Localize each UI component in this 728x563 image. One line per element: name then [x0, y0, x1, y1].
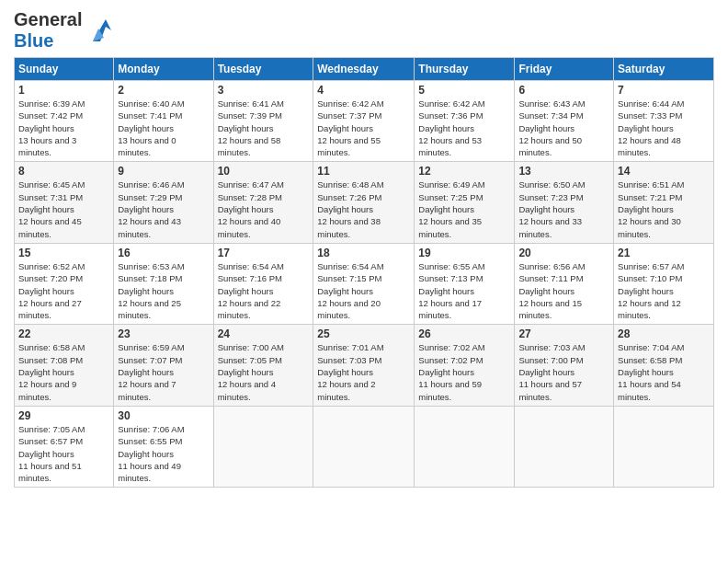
- day-info: Sunrise: 7:00 AM Sunset: 7:05 PM Dayligh…: [218, 341, 310, 402]
- day-info: Sunrise: 6:53 AM Sunset: 7:18 PM Dayligh…: [118, 260, 209, 321]
- day-number: 25: [317, 327, 410, 340]
- calendar-table: Sunday Monday Tuesday Wednesday Thursday…: [14, 57, 714, 488]
- day-info: Sunrise: 6:44 AM Sunset: 7:33 PM Dayligh…: [618, 98, 710, 158]
- logo-icon: [85, 16, 113, 43]
- table-row: 26 Sunrise: 7:02 AM Sunset: 7:02 PM Dayl…: [415, 325, 515, 406]
- col-sunday: Sunday: [15, 58, 114, 81]
- col-tuesday: Tuesday: [213, 58, 313, 81]
- table-row: [515, 406, 614, 487]
- table-row: 13 Sunrise: 6:50 AM Sunset: 7:23 PM Dayl…: [515, 162, 614, 243]
- table-row: [415, 406, 515, 487]
- table-row: 20 Sunrise: 6:56 AM Sunset: 7:11 PM Dayl…: [515, 243, 614, 324]
- day-number: 27: [518, 327, 609, 340]
- day-info: Sunrise: 6:39 AM Sunset: 7:42 PM Dayligh…: [18, 98, 109, 158]
- table-row: 28 Sunrise: 7:04 AM Sunset: 6:58 PM Dayl…: [614, 325, 714, 406]
- table-row: 30 Sunrise: 7:06 AM Sunset: 6:55 PM Dayl…: [114, 406, 213, 487]
- table-row: 4 Sunrise: 6:42 AM Sunset: 7:37 PM Dayli…: [313, 81, 415, 162]
- day-info: Sunrise: 7:05 AM Sunset: 6:57 PM Dayligh…: [18, 423, 109, 484]
- table-row: 19 Sunrise: 6:55 AM Sunset: 7:13 PM Dayl…: [415, 243, 515, 324]
- day-number: 24: [218, 327, 310, 340]
- day-number: 8: [18, 165, 109, 178]
- day-number: 20: [518, 247, 609, 259]
- table-row: 25 Sunrise: 7:01 AM Sunset: 7:03 PM Dayl…: [313, 325, 415, 406]
- calendar-week-row: 22 Sunrise: 6:58 AM Sunset: 7:08 PM Dayl…: [15, 325, 714, 406]
- table-row: 16 Sunrise: 6:53 AM Sunset: 7:18 PM Dayl…: [114, 243, 213, 324]
- day-info: Sunrise: 6:43 AM Sunset: 7:34 PM Dayligh…: [518, 98, 609, 158]
- day-number: 16: [118, 247, 209, 259]
- page: General Blue Sunday: [0, 0, 728, 563]
- table-row: 14 Sunrise: 6:51 AM Sunset: 7:21 PM Dayl…: [614, 162, 714, 243]
- day-info: Sunrise: 6:54 AM Sunset: 7:16 PM Dayligh…: [218, 260, 310, 321]
- table-row: 17 Sunrise: 6:54 AM Sunset: 7:16 PM Dayl…: [213, 243, 313, 324]
- day-info: Sunrise: 7:02 AM Sunset: 7:02 PM Dayligh…: [418, 341, 510, 402]
- day-info: Sunrise: 6:57 AM Sunset: 7:10 PM Dayligh…: [618, 260, 710, 321]
- header: General Blue: [14, 9, 714, 52]
- day-number: 19: [418, 247, 510, 259]
- calendar-week-row: 8 Sunrise: 6:45 AM Sunset: 7:31 PM Dayli…: [15, 162, 714, 243]
- table-row: 18 Sunrise: 6:54 AM Sunset: 7:15 PM Dayl…: [313, 243, 415, 324]
- calendar-week-row: 15 Sunrise: 6:52 AM Sunset: 7:20 PM Dayl…: [15, 243, 714, 324]
- day-info: Sunrise: 6:48 AM Sunset: 7:26 PM Dayligh…: [317, 178, 410, 239]
- day-number: 23: [118, 327, 209, 340]
- table-row: 22 Sunrise: 6:58 AM Sunset: 7:08 PM Dayl…: [15, 325, 114, 406]
- day-info: Sunrise: 6:45 AM Sunset: 7:31 PM Dayligh…: [18, 178, 109, 239]
- day-info: Sunrise: 6:41 AM Sunset: 7:39 PM Dayligh…: [218, 98, 310, 158]
- day-info: Sunrise: 7:04 AM Sunset: 6:58 PM Dayligh…: [618, 341, 710, 402]
- table-row: 21 Sunrise: 6:57 AM Sunset: 7:10 PM Dayl…: [614, 243, 714, 324]
- day-number: 10: [218, 165, 310, 178]
- table-row: 2 Sunrise: 6:40 AM Sunset: 7:41 PM Dayli…: [114, 81, 213, 162]
- table-row: 24 Sunrise: 7:00 AM Sunset: 7:05 PM Dayl…: [213, 325, 313, 406]
- col-friday: Friday: [515, 58, 614, 81]
- day-info: Sunrise: 6:42 AM Sunset: 7:37 PM Dayligh…: [317, 98, 410, 158]
- day-info: Sunrise: 6:56 AM Sunset: 7:11 PM Dayligh…: [518, 260, 609, 321]
- day-info: Sunrise: 7:03 AM Sunset: 7:00 PM Dayligh…: [518, 341, 609, 402]
- day-info: Sunrise: 6:58 AM Sunset: 7:08 PM Dayligh…: [18, 341, 109, 402]
- table-row: 5 Sunrise: 6:42 AM Sunset: 7:36 PM Dayli…: [415, 81, 515, 162]
- table-row: 11 Sunrise: 6:48 AM Sunset: 7:26 PM Dayl…: [313, 162, 415, 243]
- day-number: 5: [418, 84, 510, 97]
- table-row: 12 Sunrise: 6:49 AM Sunset: 7:25 PM Dayl…: [415, 162, 515, 243]
- day-number: 2: [118, 84, 209, 97]
- calendar-header-row: Sunday Monday Tuesday Wednesday Thursday…: [15, 58, 714, 81]
- logo: General Blue: [14, 9, 113, 52]
- day-info: Sunrise: 6:50 AM Sunset: 7:23 PM Dayligh…: [518, 178, 609, 239]
- day-info: Sunrise: 6:49 AM Sunset: 7:25 PM Dayligh…: [418, 178, 510, 239]
- table-row: 9 Sunrise: 6:46 AM Sunset: 7:29 PM Dayli…: [114, 162, 213, 243]
- day-info: Sunrise: 6:54 AM Sunset: 7:15 PM Dayligh…: [317, 260, 410, 321]
- day-number: 11: [317, 165, 410, 178]
- table-row: 29 Sunrise: 7:05 AM Sunset: 6:57 PM Dayl…: [15, 406, 114, 487]
- day-info: Sunrise: 6:47 AM Sunset: 7:28 PM Dayligh…: [218, 178, 310, 239]
- table-row: 1 Sunrise: 6:39 AM Sunset: 7:42 PM Dayli…: [15, 81, 114, 162]
- day-number: 7: [618, 84, 710, 97]
- day-number: 14: [618, 165, 710, 178]
- table-row: 10 Sunrise: 6:47 AM Sunset: 7:28 PM Dayl…: [213, 162, 313, 243]
- day-info: Sunrise: 6:42 AM Sunset: 7:36 PM Dayligh…: [418, 98, 510, 158]
- day-info: Sunrise: 6:59 AM Sunset: 7:07 PM Dayligh…: [118, 341, 209, 402]
- day-number: 18: [317, 247, 410, 259]
- table-row: 8 Sunrise: 6:45 AM Sunset: 7:31 PM Dayli…: [15, 162, 114, 243]
- logo-general-text: General: [14, 9, 82, 29]
- col-monday: Monday: [114, 58, 213, 81]
- day-number: 29: [18, 409, 109, 422]
- day-number: 6: [518, 84, 609, 97]
- table-row: [313, 406, 415, 487]
- day-number: 12: [418, 165, 510, 178]
- table-row: [213, 406, 313, 487]
- col-thursday: Thursday: [415, 58, 515, 81]
- col-saturday: Saturday: [614, 58, 714, 81]
- day-number: 22: [18, 327, 109, 340]
- day-number: 4: [317, 84, 410, 97]
- day-number: 21: [618, 247, 710, 259]
- logo-blue-text: Blue: [14, 30, 53, 51]
- day-number: 1: [18, 84, 109, 97]
- day-info: Sunrise: 7:06 AM Sunset: 6:55 PM Dayligh…: [118, 423, 209, 484]
- day-info: Sunrise: 7:01 AM Sunset: 7:03 PM Dayligh…: [317, 341, 410, 402]
- calendar-week-row: 1 Sunrise: 6:39 AM Sunset: 7:42 PM Dayli…: [15, 81, 714, 162]
- table-row: 7 Sunrise: 6:44 AM Sunset: 7:33 PM Dayli…: [614, 81, 714, 162]
- table-row: 27 Sunrise: 7:03 AM Sunset: 7:00 PM Dayl…: [515, 325, 614, 406]
- day-number: 28: [618, 327, 710, 340]
- day-info: Sunrise: 6:46 AM Sunset: 7:29 PM Dayligh…: [118, 178, 209, 239]
- table-row: 23 Sunrise: 6:59 AM Sunset: 7:07 PM Dayl…: [114, 325, 213, 406]
- table-row: [614, 406, 714, 487]
- day-number: 30: [118, 409, 209, 422]
